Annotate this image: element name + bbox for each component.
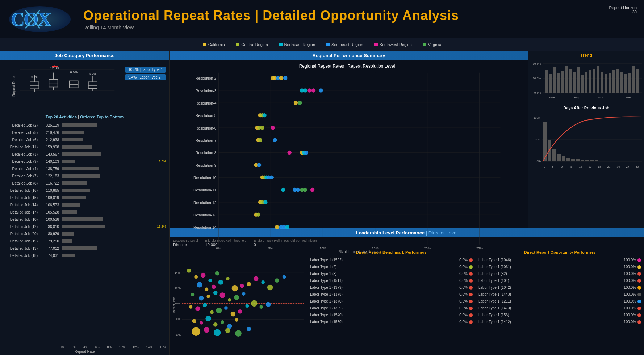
svg-rect-145 [601,72,603,93]
opp-dot [637,286,641,290]
axis-tick: 12% [133,345,139,349]
svg-rect-148 [612,70,615,93]
svg-rect-188 [637,161,641,161]
axis-tick: 0% [60,345,64,349]
svg-text:27: 27 [626,165,630,168]
legend-dot [326,43,330,46]
svg-point-236 [275,278,279,283]
trend-section: Trend 10.5%- 10.0%- 9.5%- [528,51,644,228]
svg-rect-184 [618,161,622,161]
svg-rect-174 [571,159,575,161]
svg-point-230 [234,295,239,300]
svg-point-227 [213,291,218,295]
title-block: Operational Repeat Rates | Detailed Oppo… [83,8,637,30]
bench-row: Labor Type 1 (1379) 0.0% [310,284,473,291]
svg-text:9: 9 [570,165,572,168]
svg-point-254 [221,320,224,324]
svg-text:Resolution-2: Resolution-2 [196,76,217,80]
svg-rect-171 [557,154,561,161]
svg-text:% of Repeats by Region: % of Repeats by Region [339,250,380,253]
svg-rect-151 [624,74,627,93]
svg-text:21: 21 [607,165,611,168]
bottom-axis: 0%2%4%6%8%10%12%14%16% [0,345,169,350]
top20-title-main: Top 20 Activities [46,115,77,119]
bench-dot [469,300,473,303]
svg-text:COX: COX [11,9,51,30]
svg-point-246 [245,304,249,308]
svg-text:6: 6 [561,165,563,168]
svg-point-260 [225,328,230,333]
svg-text:Resolution-10: Resolution-10 [193,176,217,180]
svg-point-235 [267,285,273,291]
list-item: Detailed Job (3) 143,567 [3,151,166,158]
axis-tick: 16% [160,345,166,349]
opp-row: Labor Type 1 (1473) 100.0% [478,305,641,312]
main-content: Job Category Performance Repeat Rate 0% … [0,51,644,355]
svg-point-249 [266,302,271,307]
svg-text:May: May [549,96,555,99]
svg-text:10%: 10% [319,246,326,250]
regional-header: Regional Performance Summary [170,51,528,60]
svg-rect-187 [632,161,636,161]
list-item: Detailed Job (9) 140,103 1.5% [3,158,166,165]
opp-dot [637,265,641,269]
list-item: Detailed Job (14) 106,573 [3,201,166,208]
svg-point-262 [247,327,251,331]
bench-dot [469,293,473,296]
list-item: Detailed Job (19) 79,250 [3,237,166,245]
bench-row: Labor Type 1 (1540) 0.0% [310,312,473,318]
svg-rect-147 [609,73,611,93]
svg-point-79 [271,126,275,130]
svg-rect-131 [545,70,548,93]
svg-rect-149 [616,69,619,93]
svg-text:0: 0 [544,165,546,168]
svg-text:Service: Service [48,96,59,97]
svg-rect-146 [605,74,607,93]
svg-rect-181 [604,161,608,161]
bench-dot [469,286,473,290]
list-item: Detailed Job (6) 212,938 [3,136,166,143]
list-item: Detailed Job (18) 74,031 [3,252,166,259]
svg-point-64 [319,88,323,92]
svg-point-248 [259,305,263,309]
svg-point-109 [310,188,314,192]
bench-row: Labor Type 1 (1511) 0.0% [310,277,473,284]
job-category-chart: Repeat Rate 0% 5% 10% [0,60,169,113]
svg-point-101 [270,176,274,179]
svg-point-214 [201,273,206,278]
svg-point-63 [311,88,315,92]
bench-row: Labor Type 1 (1550) 0.0% [310,318,473,325]
svg-point-256 [235,318,238,322]
svg-point-68 [298,101,302,105]
svg-rect-136 [565,66,568,93]
svg-point-218 [205,288,209,291]
opp-dot [637,313,641,317]
svg-text:10%-: 10%- [175,302,181,305]
axis-tick: 2% [72,345,76,349]
opp-dot [637,279,641,283]
svg-text:9.5%-: 9.5%- [534,91,542,94]
svg-rect-173 [566,158,570,161]
axis-tick: 14% [146,345,152,349]
svg-point-216 [215,271,219,276]
svg-text:Nov: Nov [598,96,603,99]
svg-point-225 [199,296,204,301]
svg-point-247 [251,300,258,307]
svg-text:Repeat Rate: Repeat Rate [172,297,176,313]
svg-point-238 [189,305,193,309]
list-item: Detailed Job (7) 122,183 [3,172,166,179]
svg-point-106 [296,188,300,192]
svg-rect-134 [557,73,560,93]
svg-point-83 [258,138,262,142]
svg-text:10.5%-: 10.5%- [533,62,542,65]
svg-text:FSI: FSI [71,96,76,97]
svg-point-242 [216,308,222,313]
legend-item: Central Region [236,42,268,47]
svg-point-78 [260,126,264,130]
svg-text:30: 30 [636,165,639,168]
svg-point-67 [294,101,298,105]
svg-text:SRO: SRO [89,96,96,97]
axis-tick: 10% [119,345,125,349]
svg-point-217 [197,282,202,288]
regional-chart-title: Regional Repeat Rates | Repeat Resolutio… [171,62,523,71]
